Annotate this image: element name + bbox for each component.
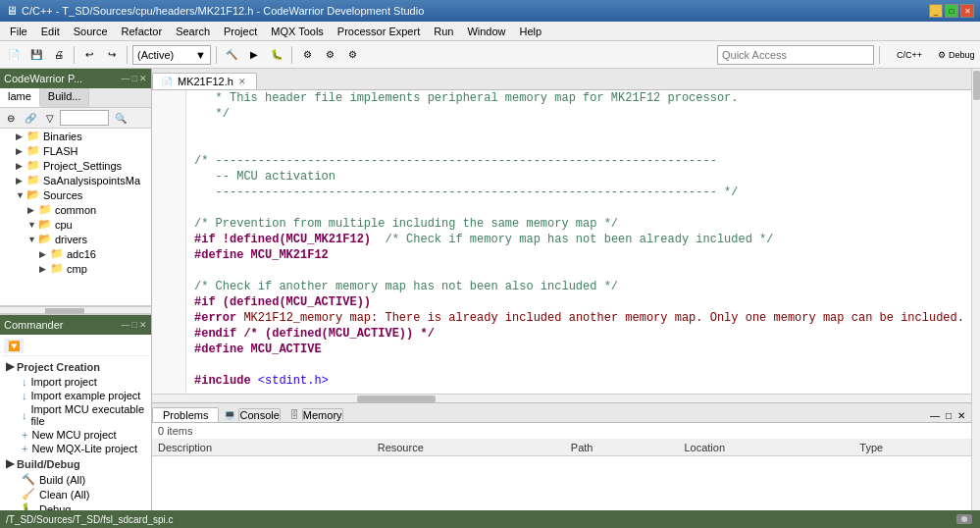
tree-search-button[interactable]: 🔍 — [111, 111, 130, 126]
import-mcu-label: Import MCU executable file — [31, 403, 146, 427]
line-num — [152, 106, 186, 122]
expand-icon-flash: ▶ — [16, 146, 24, 156]
tab-lame[interactable]: lame — [0, 88, 40, 107]
menu-source[interactable]: Source — [68, 25, 114, 38]
col-type: Type — [853, 440, 971, 456]
bottom-tab-memory[interactable]: Memory — [302, 408, 343, 421]
editor-scrollbar-v[interactable] — [971, 69, 980, 510]
toolbar-redo-button[interactable]: ↪ — [102, 45, 122, 65]
bottom-tab-console[interactable]: Console — [238, 408, 280, 421]
explorer-minimize-icon[interactable]: — — [122, 74, 130, 83]
toolbar-save-button[interactable]: 💾 — [26, 45, 46, 65]
code-line — [152, 200, 971, 216]
bottom-tab-problems[interactable]: Problems — [152, 407, 219, 422]
toolbar-debug-button[interactable]: 🐛 — [267, 45, 286, 65]
toolbar-new-button[interactable]: 📄 — [4, 45, 24, 65]
tree-item-binaries[interactable]: ▶ 📁 Binaries — [0, 129, 151, 143]
commander-item-import-example[interactable]: ↓ Import example project — [2, 389, 149, 402]
tree-item-common[interactable]: ▶ 📁 common — [0, 202, 151, 217]
tree-collapse-button[interactable]: ⊖ — [3, 111, 19, 126]
commander-section-build-debug[interactable]: ▶ Build/Debug — [2, 455, 149, 472]
tree-item-flash[interactable]: ▶ 📁 FLASH — [0, 143, 151, 158]
svg-point-1 — [961, 516, 967, 522]
tree-item-drivers[interactable]: ▼ 📂 drivers — [0, 232, 151, 246]
menu-file[interactable]: File — [4, 25, 33, 38]
status-icon — [954, 512, 974, 526]
explorer-close-icon[interactable]: ✕ — [139, 74, 147, 83]
commander-item-import-mcu[interactable]: ↓ Import MCU executable file — [2, 402, 149, 428]
problems-minimize-button[interactable]: — — [928, 409, 942, 422]
code-line: #if (defined(MCU_ACTIVE)) — [152, 294, 971, 310]
toolbar-undo-button[interactable]: ↩ — [79, 45, 99, 65]
menu-refactor[interactable]: Refactor — [116, 25, 169, 38]
editor-scrollbar-h[interactable] — [152, 394, 971, 402]
menu-processorexpert[interactable]: Processor Expert — [332, 25, 426, 38]
commander-btn1[interactable]: 🔽 — [4, 339, 24, 353]
commander-item-clean[interactable]: 🧹 Clean (All) — [2, 487, 149, 502]
tab-build[interactable]: Build... — [40, 88, 90, 107]
tree-search-input[interactable] — [60, 110, 109, 126]
commander-minimize-icon[interactable]: — — [122, 320, 130, 330]
editor-tab-mk21f12[interactable]: 📄 MK21F12.h ✕ — [152, 73, 257, 89]
app-icon: 🖥 — [6, 4, 18, 18]
menu-help[interactable]: Help — [514, 25, 548, 38]
line-num — [152, 216, 186, 232]
toolbar-run-button[interactable]: ▶ — [244, 45, 264, 65]
tree-item-cmp[interactable]: ▶ 📁 cmp — [0, 261, 151, 276]
code-text: * This header file implements peripheral… — [186, 90, 739, 106]
import-example-icon: ↓ — [22, 390, 27, 401]
toolbar-debug-persp-button[interactable]: ⚙ Debug — [937, 45, 976, 65]
expand-icon-binaries: ▶ — [16, 132, 24, 141]
tree-link-button[interactable]: 🔗 — [21, 111, 40, 126]
code-line — [152, 263, 971, 279]
commander-item-new-mqxlite[interactable]: + New MQX-Lite project — [2, 442, 149, 455]
active-config-dropdown[interactable]: (Active) ▼ — [132, 45, 211, 65]
menu-run[interactable]: Run — [428, 25, 459, 38]
tree-item-projectsettings[interactable]: ▶ 📁 Project_Settings — [0, 158, 151, 173]
quick-access-input[interactable] — [717, 45, 874, 65]
menu-mqxtools[interactable]: MQX Tools — [265, 25, 330, 38]
bottom-content: 0 items Description Resource Path Locati… — [152, 423, 971, 510]
toolbar-sep-4 — [291, 46, 292, 64]
editor-tab-close-icon[interactable]: ✕ — [238, 77, 246, 86]
maximize-button[interactable]: □ — [945, 4, 958, 18]
tree-scrollbar-h[interactable] — [0, 306, 151, 314]
toolbar-build-button[interactable]: 🔨 — [222, 45, 241, 65]
minimize-button[interactable]: _ — [929, 4, 943, 18]
code-line: #define MCU_ACTIVE — [152, 342, 971, 357]
commander-item-new-mcu[interactable]: + New MCU project — [2, 428, 149, 442]
code-line: #endif /* (defined(MCU_ACTIVE)) */ — [152, 326, 971, 342]
menu-search[interactable]: Search — [170, 25, 216, 38]
menu-edit[interactable]: Edit — [35, 25, 66, 38]
toolbar-perspective-button[interactable]: C/C++ — [885, 45, 934, 65]
tree-item-saanalysis[interactable]: ▶ 📁 SaAnalysispointsMa — [0, 173, 151, 187]
menu-window[interactable]: Window — [461, 25, 511, 38]
toolbar-extra1-button[interactable]: ⚙ — [297, 45, 317, 65]
tree-label-drivers: drivers — [55, 234, 87, 245]
commander-item-build[interactable]: 🔨 Build (All) — [2, 472, 149, 487]
section-expand-icon: ▶ — [6, 360, 14, 373]
editor-scrollbar-thumb-v — [973, 71, 980, 100]
tree-item-sources[interactable]: ▼ 📂 Sources — [0, 187, 151, 202]
commander-close-icon[interactable]: ✕ — [139, 320, 147, 330]
tree-filter-button[interactable]: ▽ — [42, 111, 58, 126]
tree-item-adc16[interactable]: ▶ 📁 adc16 — [0, 246, 151, 261]
toolbar-print-button[interactable]: 🖨 — [49, 45, 69, 65]
commander-section-project-creation[interactable]: ▶ Project Creation — [2, 358, 149, 375]
code-line: #error MK21F12_memory map: There is alre… — [152, 310, 971, 326]
close-button[interactable]: ✕ — [960, 4, 974, 18]
expand-icon-adc16: ▶ — [39, 249, 47, 259]
toolbar-extra2-button[interactable]: ⚙ — [320, 45, 339, 65]
toolbar-extra3-button[interactable]: ⚙ — [342, 45, 362, 65]
problems-close-button[interactable]: ✕ — [955, 409, 967, 422]
commander-item-debug[interactable]: 🐛 Debug — [2, 502, 149, 510]
tree-label-flash: FLASH — [43, 145, 77, 157]
explorer-maximize-icon[interactable]: □ — [132, 74, 137, 83]
code-editor[interactable]: * This header file implements peripheral… — [152, 90, 971, 394]
commander-item-import[interactable]: ↓ Import project — [2, 375, 149, 389]
problems-table-header-row: Description Resource Path Location Type — [152, 440, 971, 456]
commander-maximize-icon[interactable]: □ — [132, 320, 137, 330]
tree-item-cpu[interactable]: ▼ 📂 cpu — [0, 217, 151, 232]
menu-project[interactable]: Project — [218, 25, 263, 38]
problems-maximize-button[interactable]: □ — [944, 409, 954, 422]
